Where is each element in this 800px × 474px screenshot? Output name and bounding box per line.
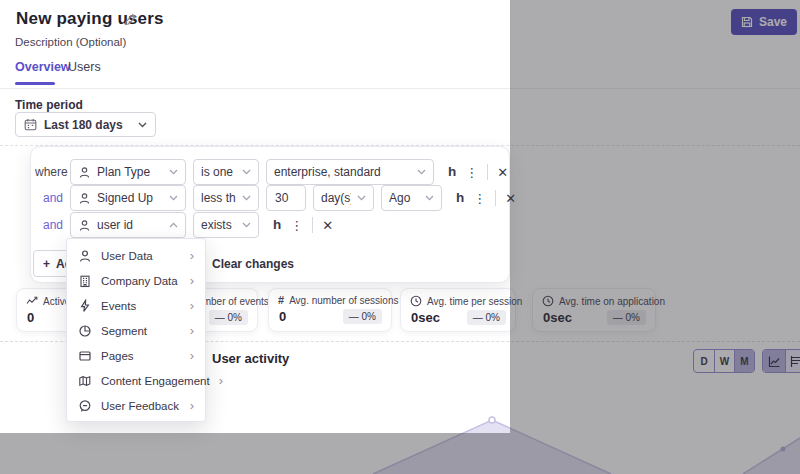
operator-select[interactable]: less than [193, 185, 259, 211]
operator-select[interactable]: exists [193, 212, 259, 238]
conjunction-label: and [35, 191, 63, 205]
chevron-right-icon: › [219, 374, 223, 387]
user-icon [78, 192, 91, 205]
field-select-open[interactable]: user id [70, 212, 186, 238]
pages-icon [78, 349, 92, 363]
kebab-menu-icon[interactable]: ⋮ [290, 219, 303, 232]
metric-card: Avg. time per session 0sec — 0% [400, 288, 516, 332]
header-divider [0, 88, 800, 89]
edit-title-icon[interactable] [123, 12, 138, 31]
line-chart-icon [768, 355, 781, 368]
data-point-marker [489, 417, 495, 423]
chevron-down-icon [242, 195, 251, 201]
menu-item-company-data[interactable]: Company Data › [67, 268, 205, 293]
unit-select[interactable]: day(s) [313, 185, 374, 211]
time-period-label: Time period [15, 98, 83, 112]
remove-filter-icon[interactable]: ✕ [497, 166, 508, 179]
granularity-week-button[interactable]: W [714, 350, 734, 372]
chevron-down-icon [242, 169, 251, 175]
segment-icon [78, 324, 92, 338]
chevron-right-icon: › [190, 274, 194, 287]
menu-item-user-feedback[interactable]: User Feedback › [67, 393, 205, 418]
chart-type-toggle [762, 349, 800, 373]
divider [495, 190, 496, 206]
menu-item-segment[interactable]: Segment › [67, 318, 205, 343]
chevron-up-icon [169, 222, 178, 228]
filter-row: and user id exists h ⋮ ✕ [35, 212, 333, 238]
direction-select[interactable]: Ago [381, 185, 442, 211]
company-icon [78, 274, 92, 288]
chevron-down-icon [138, 122, 147, 128]
chevron-down-icon [357, 195, 366, 201]
calendar-icon [24, 118, 37, 131]
delta-badge: — 0% [209, 310, 248, 325]
clock-icon [410, 295, 422, 307]
remove-filter-icon[interactable]: ✕ [505, 192, 516, 205]
data-point-marker [781, 447, 786, 452]
events-icon [78, 299, 92, 313]
operator-select[interactable]: is one of [193, 159, 259, 185]
description-field[interactable]: Description (Optional) [15, 36, 126, 48]
content-engagement-icon [78, 374, 92, 388]
nest-condition-icon[interactable]: h [448, 165, 456, 179]
chevron-right-icon: › [190, 349, 194, 362]
table-rows-icon [790, 355, 800, 368]
menu-item-pages[interactable]: Pages › [67, 343, 205, 368]
number-icon: # [278, 295, 284, 306]
clock-icon [542, 295, 554, 307]
line-chart-button[interactable] [763, 350, 785, 372]
divider [312, 217, 313, 233]
granularity-day-button[interactable]: D [694, 350, 714, 372]
filter-row: where Plan Type is one of enterprise, st… [35, 159, 508, 185]
metric-card: # Avg. number of sessions 0 — 0% [268, 288, 392, 332]
clear-changes-button[interactable]: Clear changes [212, 257, 294, 271]
field-type-menu: User Data › Company Data › Events › Segm… [66, 238, 206, 422]
user-activity-heading: User activity [212, 351, 289, 366]
nest-condition-icon[interactable]: h [273, 218, 281, 232]
chevron-right-icon: › [190, 249, 194, 262]
time-period-value: Last 180 days [44, 118, 131, 132]
user-icon [78, 219, 91, 232]
tab-users[interactable]: Users [68, 60, 101, 74]
page-title: New paying users [16, 9, 164, 29]
divider [487, 164, 488, 180]
conjunction-label: where [35, 165, 63, 179]
delta-badge: — 0% [343, 309, 382, 324]
chevron-down-icon [417, 169, 426, 175]
delta-badge: — 0% [467, 310, 506, 325]
chevron-right-icon: › [190, 324, 194, 337]
plus-icon: + [43, 257, 50, 271]
chevron-down-icon [425, 195, 434, 201]
filter-row: and Signed Up less than 30 day(s) Ago h [35, 185, 516, 211]
chevron-down-icon [169, 169, 178, 175]
time-period-select[interactable]: Last 180 days [15, 112, 156, 137]
field-select[interactable]: Plan Type [70, 159, 186, 185]
field-select[interactable]: Signed Up [70, 185, 186, 211]
conjunction-label: and [35, 218, 63, 232]
user-icon [78, 166, 91, 179]
activity-area-chart [0, 415, 800, 474]
save-icon [741, 16, 753, 28]
chevron-right-icon: › [190, 299, 194, 312]
tab-overview[interactable]: Overview [15, 60, 71, 74]
value-select[interactable]: enterprise, standard [266, 159, 434, 185]
analytics-page: New paying users Description (Optional) … [0, 0, 800, 474]
kebab-menu-icon[interactable]: ⋮ [473, 192, 486, 205]
save-button[interactable]: Save [731, 9, 797, 35]
chevron-right-icon: › [190, 399, 194, 412]
user-icon [78, 249, 92, 263]
active-tab-underline [15, 82, 55, 85]
active-users-icon [26, 295, 38, 307]
granularity-month-button[interactable]: M [734, 350, 754, 372]
kebab-menu-icon[interactable]: ⋮ [465, 166, 478, 179]
menu-item-user-data[interactable]: User Data › [67, 243, 205, 268]
metric-card: Avg. time on application 0sec — 0% [532, 288, 656, 332]
granularity-toggle: D W M [693, 349, 755, 373]
remove-filter-icon[interactable]: ✕ [322, 219, 333, 232]
chevron-down-icon [169, 195, 178, 201]
duration-input[interactable]: 30 [266, 185, 306, 211]
menu-item-events[interactable]: Events › [67, 293, 205, 318]
menu-item-content-engagement[interactable]: Content Engagement › [67, 368, 205, 393]
nest-condition-icon[interactable]: h [456, 191, 464, 205]
table-view-button[interactable] [785, 350, 800, 372]
